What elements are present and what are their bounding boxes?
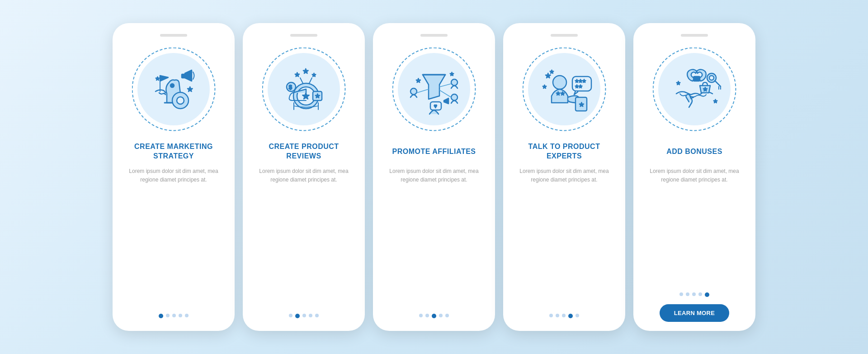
card-1-title: CREATE MARKETING STRATEGY bbox=[122, 142, 226, 162]
dot-3 bbox=[302, 314, 306, 317]
dot-4 bbox=[179, 314, 182, 317]
card-product-reviews: ★ ★ ★ ★ $ ★ bbox=[243, 23, 365, 331]
dot-2 bbox=[556, 314, 559, 317]
card-3-title: PROMOTE AFFILIATES bbox=[392, 142, 476, 162]
card-5-description: Lorem ipsum dolor sit dim amet, mea regi… bbox=[642, 167, 746, 184]
dot-5 bbox=[576, 314, 579, 317]
dot-2 bbox=[425, 314, 429, 317]
illustration-bonuses: ★ ★ ★ bbox=[649, 44, 740, 134]
phone-notch-3 bbox=[420, 34, 448, 37]
dot-3 bbox=[172, 314, 176, 317]
card-1-dots bbox=[159, 314, 189, 318]
phone-notch-4 bbox=[551, 34, 578, 37]
phone-notch bbox=[160, 34, 187, 37]
learn-more-button[interactable]: LEARN MORE bbox=[660, 304, 729, 322]
illustration-experts: ★ ★ ★★★ ★★ ★ ★ ★ ★ bbox=[519, 44, 609, 134]
card-5-title: ADD BONUSES bbox=[666, 142, 722, 162]
card-2-description: Lorem ipsum dolor sit dim amet, mea regi… bbox=[252, 167, 356, 184]
card-2-dots bbox=[289, 314, 319, 318]
card-5-dots bbox=[679, 292, 709, 297]
card-3-description: Lorem ipsum dolor sit dim amet, mea regi… bbox=[382, 167, 486, 184]
card-1-description: Lorem ipsum dolor sit dim amet, mea regi… bbox=[122, 167, 226, 184]
illustration-affiliates: ♥ ★ ★ bbox=[389, 44, 479, 134]
phone-notch-5 bbox=[681, 34, 708, 37]
card-add-bonuses: ★ ★ ★ ADD BONUSES Lorem ipsum dolor sit … bbox=[633, 23, 755, 331]
dot-4 bbox=[309, 314, 312, 317]
dot-3 bbox=[432, 314, 436, 318]
illustration-marketing: ★ ★ bbox=[128, 44, 219, 134]
dot-2 bbox=[295, 314, 300, 318]
dot-2 bbox=[166, 314, 170, 317]
illustration-reviews: ★ ★ ★ ★ $ ★ bbox=[259, 44, 349, 134]
card-4-dots bbox=[549, 314, 579, 318]
dot-1 bbox=[289, 314, 292, 317]
dot-5 bbox=[705, 292, 709, 297]
dot-5 bbox=[445, 314, 449, 317]
dot-4 bbox=[439, 314, 443, 317]
dot-1 bbox=[419, 314, 423, 317]
cards-container: ★ ★ CREATE MARKETING STRATEGY Lorem ipsu… bbox=[104, 14, 764, 340]
dot-3 bbox=[562, 314, 566, 317]
card-2-title: CREATE PRODUCT REVIEWS bbox=[252, 142, 356, 162]
card-promote-affiliates: ♥ ★ ★ PROMOTE AFFILIATES Lorem ipsum dol… bbox=[373, 23, 495, 331]
dot-2 bbox=[686, 292, 689, 296]
dot-4 bbox=[698, 292, 702, 296]
card-marketing-strategy: ★ ★ CREATE MARKETING STRATEGY Lorem ipsu… bbox=[113, 23, 235, 331]
dot-1 bbox=[159, 314, 163, 318]
dot-4 bbox=[568, 314, 573, 318]
dot-5 bbox=[315, 314, 319, 317]
dot-5 bbox=[185, 314, 189, 317]
dot-3 bbox=[692, 292, 696, 296]
dot-1 bbox=[679, 292, 683, 296]
card-product-experts: ★ ★ ★★★ ★★ ★ ★ ★ ★ bbox=[503, 23, 625, 331]
card-3-dots bbox=[419, 314, 449, 318]
phone-notch-2 bbox=[290, 34, 317, 37]
card-4-title: TALK TO PRODUCT EXPERTS bbox=[512, 142, 616, 162]
dot-1 bbox=[549, 314, 553, 317]
card-4-description: Lorem ipsum dolor sit dim amet, mea regi… bbox=[512, 167, 616, 184]
